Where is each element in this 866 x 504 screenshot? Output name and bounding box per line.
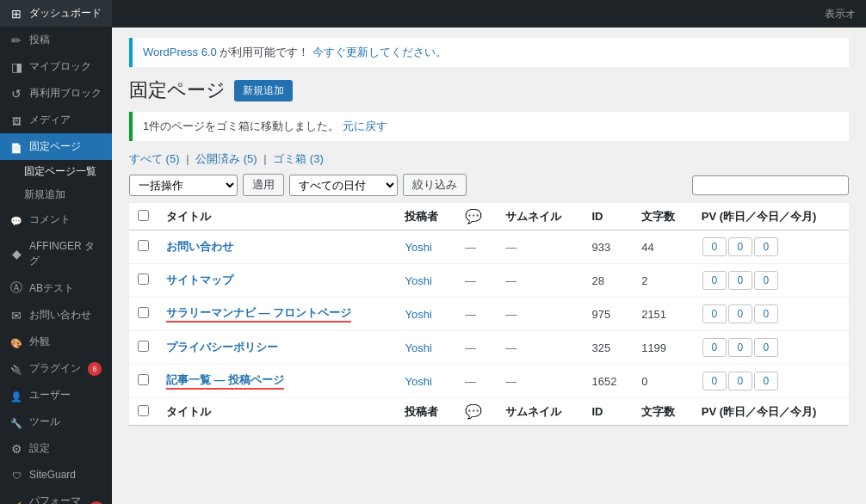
sidebar-item-reuse[interactable]: 再利用ブロック: [0, 80, 112, 107]
cell-id: 1652: [583, 365, 633, 398]
pv-value[interactable]: 0: [754, 304, 778, 323]
reuse-icon: [9, 87, 24, 101]
cell-comment: —: [456, 298, 497, 331]
cell-title: 記事一覧 — 投稿ページ: [158, 365, 396, 398]
author-link[interactable]: Yoshi: [405, 274, 431, 287]
sidebar-item-media[interactable]: メディア: [0, 107, 112, 133]
sidebar-item-siteguard[interactable]: SiteGuard: [0, 462, 112, 488]
new-page-button[interactable]: 新規追加: [234, 80, 293, 101]
sidebar-item-comments[interactable]: コメント: [0, 206, 112, 233]
select-all-footer-checkbox[interactable]: [138, 405, 149, 416]
sidebar-item-posts[interactable]: 投稿: [0, 27, 112, 53]
header-check: [129, 203, 158, 230]
pv-value[interactable]: 0: [702, 237, 727, 256]
cell-author: Yoshi: [396, 331, 456, 365]
plugin-icon: [9, 362, 24, 376]
pv-value[interactable]: 0: [728, 304, 752, 323]
author-link[interactable]: Yoshi: [405, 241, 431, 254]
row-checkbox[interactable]: [138, 307, 149, 318]
sidebar-item-label: ABテスト: [29, 281, 74, 296]
sidebar-item-contact[interactable]: お問い合わせ: [0, 302, 112, 329]
post-icon: [9, 34, 24, 47]
page-title-link[interactable]: プライバシーポリシー: [166, 341, 278, 353]
success-text: 1件のページをゴミ箱に移動しました。: [143, 120, 339, 132]
list-toolbar: 一括操作 ゴミ箱へ移動 適用 すべての日付 絞り込み: [129, 174, 849, 196]
sidebar-item-appearance[interactable]: 外観: [0, 329, 112, 355]
author-link[interactable]: Yoshi: [405, 341, 431, 354]
page-title-link[interactable]: お問い合わせ: [166, 240, 233, 253]
date-filter-select[interactable]: すべての日付: [289, 175, 398, 196]
cell-pv: 000: [693, 365, 849, 398]
author-link[interactable]: Yoshi: [405, 308, 431, 321]
cell-title: サラリーマンナビ — フロントページ: [158, 298, 396, 331]
row-checkbox[interactable]: [138, 274, 149, 285]
sep1: |: [186, 152, 192, 165]
cell-title: サイトマップ: [158, 264, 396, 298]
footer-id: ID: [583, 398, 633, 426]
sidebar-subitem-pages-list[interactable]: 固定ページ一覧: [0, 160, 112, 183]
sidebar-item-label: 再利用ブロック: [29, 86, 102, 101]
row-checkbox[interactable]: [138, 374, 149, 385]
sidebar-item-users[interactable]: ユーザー: [0, 382, 112, 409]
cell-id: 975: [583, 298, 633, 331]
sidebar-item-performance[interactable]: パフォーマンス 2: [0, 488, 112, 504]
footer-title: タイトル: [158, 398, 396, 426]
filter-published[interactable]: 公開済み (5): [195, 152, 257, 165]
comment-col-icon: 💬: [465, 209, 482, 224]
table-row: 記事一覧 — 投稿ページYoshi——16520000: [129, 365, 849, 398]
sidebar-item-plugins[interactable]: プラグイン 6: [0, 355, 112, 382]
apply-button[interactable]: 適用: [243, 174, 284, 196]
sidebar-subitem-pages-add[interactable]: 新規追加: [0, 183, 112, 206]
sidebar-item-label: AFFINGER タグ: [29, 239, 103, 268]
pv-value[interactable]: 0: [702, 271, 727, 290]
sidebar-item-abtest[interactable]: ABテスト: [0, 274, 112, 302]
pv-value[interactable]: 0: [754, 338, 778, 357]
filter-trash[interactable]: ゴミ箱 (3): [273, 152, 324, 165]
appearance-icon: [9, 335, 24, 349]
bulk-action-select[interactable]: 一括操作 ゴミ箱へ移動: [129, 175, 238, 196]
table-header-row: タイトル 投稿者 💬 サムネイル ID 文字数 PV (昨日／今日／今月): [129, 203, 849, 230]
undo-link[interactable]: 元に戻す: [343, 120, 387, 132]
table-row: お問い合わせYoshi——93344000: [129, 230, 849, 264]
author-link[interactable]: Yoshi: [405, 375, 431, 388]
sidebar-item-tools[interactable]: ツール: [0, 409, 112, 435]
select-all-checkbox[interactable]: [138, 210, 149, 221]
cell-comment: —: [456, 230, 497, 264]
cell-thumbnail: —: [497, 365, 583, 398]
page-title-link[interactable]: サラリーマンナビ — フロントページ: [166, 306, 351, 319]
pv-value[interactable]: 0: [728, 372, 752, 390]
pv-value[interactable]: 0: [702, 372, 727, 390]
cell-wordcount: 44: [633, 230, 693, 264]
sidebar-item-settings[interactable]: 設定: [0, 435, 112, 462]
pv-value[interactable]: 0: [702, 304, 727, 323]
search-input[interactable]: [692, 175, 849, 195]
row-checkbox[interactable]: [138, 240, 149, 251]
row-checkbox[interactable]: [138, 341, 149, 352]
update-now-link[interactable]: 今すぐ更新してください。: [312, 46, 447, 58]
header-author: 投稿者: [396, 203, 456, 230]
comment-footer-icon: 💬: [465, 404, 482, 419]
pv-value[interactable]: 0: [754, 237, 778, 256]
update-notice-mid: が利用可能です！: [220, 46, 309, 58]
sidebar-item-pages[interactable]: 固定ページ: [0, 133, 112, 160]
block-icon: [9, 60, 24, 74]
page-title-link[interactable]: サイトマップ: [166, 274, 233, 286]
pv-value[interactable]: 0: [754, 271, 778, 290]
filter-all[interactable]: すべて (5): [129, 152, 180, 165]
pv-value[interactable]: 0: [728, 237, 752, 256]
update-notice: WordPress 6.0 が利用可能です！ 今すぐ更新してください。: [129, 38, 849, 67]
pv-value[interactable]: 0: [728, 338, 752, 357]
footer-comment: 💬: [456, 398, 497, 426]
wordpress-version-link[interactable]: WordPress 6.0: [143, 46, 217, 58]
page-title-link[interactable]: 記事一覧 — 投稿ページ: [166, 373, 284, 386]
sidebar-item-affinger[interactable]: AFFINGER タグ: [0, 233, 112, 274]
cell-thumbnail: —: [497, 230, 583, 264]
filter-button[interactable]: 絞り込み: [403, 174, 467, 196]
cell-author: Yoshi: [396, 298, 456, 331]
pv-value[interactable]: 0: [728, 271, 752, 290]
sidebar-item-dashboard[interactable]: ダッシュボード: [0, 0, 112, 27]
pv-value[interactable]: 0: [754, 372, 778, 390]
table-row: プライバシーポリシーYoshi——3251199000: [129, 331, 849, 365]
sidebar-item-myblock[interactable]: マイブロック: [0, 53, 112, 80]
pv-value[interactable]: 0: [702, 338, 727, 357]
